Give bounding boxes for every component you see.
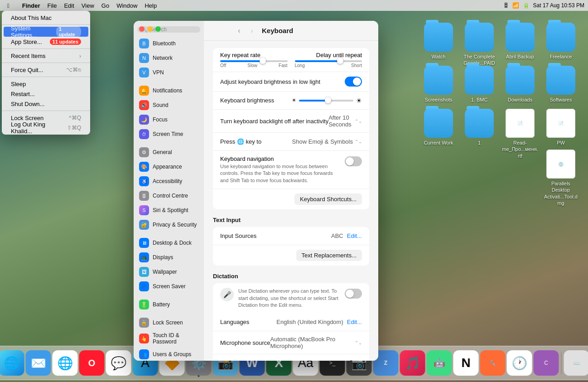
key-repeat-slider[interactable] xyxy=(220,60,288,62)
sidebar-label-users: Users & Groups xyxy=(153,351,191,358)
edit-input-sources-btn[interactable]: Edit... xyxy=(347,232,362,239)
sleep[interactable]: Sleep xyxy=(4,79,88,89)
freelance-label: Freelance xyxy=(550,53,572,60)
press-key-value[interactable]: Show Emoji & Symbols ⌃⌄ xyxy=(292,138,362,145)
softwares-label: Softwares xyxy=(550,97,572,103)
file-menu[interactable]: File xyxy=(43,0,60,11)
dock-chrome[interactable]: 🌐 xyxy=(53,350,78,376)
sidebar-item-privacy[interactable]: 🔐 Privacy & Security xyxy=(135,218,202,232)
desktop-icon-downloads[interactable]: Downloads xyxy=(502,66,538,103)
keyboard-brightness-label: Keyboard brightness xyxy=(220,97,274,104)
view-menu[interactable]: View xyxy=(78,0,98,11)
desktop-icon-parallels[interactable]: 💿 Parallels Desktop Activati...Tool.dmg xyxy=(543,150,579,206)
keyboard-content: Key repeat rate Delay until repeat Off xyxy=(204,41,378,361)
desktop-icon-pw[interactable]: 📄 PW xyxy=(543,109,579,146)
desktop-icon-watch[interactable]: Watch xyxy=(420,23,457,60)
recent-items[interactable]: Recent Items › xyxy=(4,51,88,61)
dock-cydia[interactable]: C xyxy=(534,350,559,376)
adjust-brightness-toggle[interactable] xyxy=(345,77,362,87)
dock-notion[interactable]: N xyxy=(453,350,479,376)
desktop-icon-currentwork[interactable]: Current Work xyxy=(420,109,457,146)
desktop-icon-one[interactable]: 1 xyxy=(461,109,497,146)
sidebar-item-screensaver[interactable]: 💤 Screen Saver xyxy=(135,280,202,293)
dock-mail[interactable]: ✉️ xyxy=(26,350,51,376)
input-sources-label: Input Sources xyxy=(220,232,256,239)
sidebar-item-siri[interactable]: S Siri & Spotlight xyxy=(135,203,202,217)
dock-slack[interactable]: 💬 xyxy=(106,350,131,376)
brightness-thumb[interactable] xyxy=(325,97,331,103)
sidebar-item-displays[interactable]: 📺 Displays xyxy=(135,251,202,264)
dock-toolbox[interactable]: 🔧 xyxy=(480,350,506,376)
desktop-icon-readme[interactable]: 📄 Read-me_Про...меня.rtf xyxy=(502,109,538,159)
sidebar-item-wallpaper[interactable]: 🖼 Wallpaper xyxy=(135,265,202,279)
dock-opera[interactable]: O xyxy=(79,350,105,376)
dock-android[interactable]: 🤖 xyxy=(427,350,452,376)
sidebar-item-general[interactable]: ⚙ General xyxy=(135,145,202,159)
go-menu[interactable]: Go xyxy=(98,0,113,11)
sidebar-item-sound[interactable]: 🔊 Sound xyxy=(135,98,202,112)
window-menu[interactable]: Window xyxy=(113,0,141,11)
keyboard-shortcuts-button[interactable]: Keyboard Shortcuts... xyxy=(294,193,362,205)
dock-music[interactable]: 🎵 xyxy=(400,350,425,376)
appearance-icon: 🎨 xyxy=(139,162,149,172)
backlight-off-value[interactable]: After 10 Seconds ⌃⌄ xyxy=(328,114,362,128)
shortcut-value[interactable]: Press 🎤 ⌃⌄ xyxy=(329,360,362,361)
desktop-icon-bmc[interactable]: 1. BMC xyxy=(461,66,497,103)
key-repeat-thumb[interactable] xyxy=(260,58,266,64)
maximize-button[interactable] xyxy=(155,26,161,32)
help-menu[interactable]: Help xyxy=(141,0,160,11)
sidebar-item-desktop[interactable]: 🖥 Desktop & Dock xyxy=(135,236,202,250)
sidebar-item-network[interactable]: N Network xyxy=(135,51,202,65)
log-out[interactable]: Log Out King Khalid... ⇧⌘Q xyxy=(4,123,88,133)
dictation-toggle[interactable] xyxy=(345,289,362,299)
force-quit[interactable]: Force Quit... ⌥⌘⎋ xyxy=(4,65,88,75)
sidebar-item-vpn[interactable]: V VPN xyxy=(135,66,202,79)
sidebar-item-lockscreen[interactable]: 🔒 Lock Screen xyxy=(135,316,202,329)
keyboard-nav-toggle[interactable] xyxy=(345,156,362,166)
wifi-icon[interactable]: 📶 xyxy=(512,2,519,9)
sidebar-item-battery[interactable]: 🔋 Battery xyxy=(135,298,202,311)
desktop-icon-softwares[interactable]: Softwares xyxy=(543,66,579,103)
sidebar-item-accessibility[interactable]: ♿ Accessibility xyxy=(135,174,202,188)
minimize-button[interactable] xyxy=(147,26,153,32)
network-icon: N xyxy=(139,53,149,63)
chrome-icon: 🌐 xyxy=(57,356,73,371)
apple-menu-button[interactable]:  xyxy=(4,0,13,11)
sidebar-item-focus[interactable]: 🌙 Focus xyxy=(135,113,202,126)
desktop-icon-screenshots[interactable]: Screenshots xyxy=(420,66,457,103)
sidebar-label-controlcentre: Control Centre xyxy=(153,193,188,199)
sidebar-item-touchid[interactable]: 👆 Touch ID & Password xyxy=(135,330,202,347)
edit-menu[interactable]: Edit xyxy=(60,0,77,11)
finder-menu[interactable]: Finder xyxy=(19,0,44,11)
dock-keyboard-viewer[interactable]: ⌨️ xyxy=(564,350,588,376)
about-this-mac[interactable]: About This Mac xyxy=(4,13,88,23)
sidebar-item-controlcentre[interactable]: 🎛 Control Centre xyxy=(135,189,202,203)
microphone-value[interactable]: Automatic (MacBook Pro Microphone) ⌃⌄ xyxy=(270,336,362,349)
forward-button[interactable]: › xyxy=(247,26,256,35)
delay-repeat-thumb[interactable] xyxy=(337,58,343,64)
languages-value-container: English (United Kingdom) Edit... xyxy=(276,319,362,325)
dock-safari[interactable]: 🌐 xyxy=(0,350,24,376)
edit-languages-btn[interactable]: Edit... xyxy=(347,319,362,325)
dock-clock[interactable]: 🕐 xyxy=(507,350,532,376)
sidebar-item-users[interactable]: 👥 Users & Groups xyxy=(135,348,202,361)
brightness-slider[interactable] xyxy=(299,100,353,102)
system-settings-item[interactable]: System Settings... 1 update xyxy=(4,27,88,37)
control-center-icon[interactable]: 🎛 xyxy=(503,2,509,9)
back-button[interactable]: ‹ xyxy=(235,26,244,35)
sidebar-item-screentime[interactable]: ⏱ Screen Time xyxy=(135,127,202,141)
delay-repeat-slider[interactable] xyxy=(295,60,362,62)
desktop-icon-abril[interactable]: Abril Backup xyxy=(502,23,538,60)
desktop-icon-freelance[interactable]: Freelance xyxy=(543,23,579,60)
battery-icon-si: 🔋 xyxy=(139,300,149,309)
shut-down[interactable]: Shut Down... xyxy=(4,99,88,109)
close-button[interactable] xyxy=(139,26,145,32)
text-replacements-button[interactable]: Text Replacements... xyxy=(296,250,362,261)
sidebar-item-bluetooth[interactable]: B Bluetooth xyxy=(135,37,202,50)
sidebar-item-appearance[interactable]: 🎨 Appearance xyxy=(135,160,202,174)
users-icon: 👥 xyxy=(139,349,149,359)
restart[interactable]: Restart... xyxy=(4,89,88,99)
sidebar-item-notifications[interactable]: 🔔 Notifications xyxy=(135,84,202,97)
battery-icon[interactable]: 🔋 xyxy=(523,2,530,9)
sidebar-label-battery: Battery xyxy=(153,301,170,308)
